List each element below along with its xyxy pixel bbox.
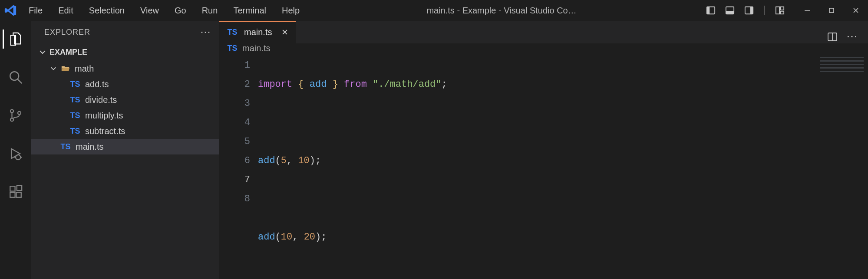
explorer-project-row[interactable]: EXAMPLE (31, 43, 219, 61)
menu-terminal[interactable]: Terminal (225, 2, 274, 19)
svg-rect-8 (781, 11, 784, 14)
code-editor[interactable]: 1 2 3 4 5 6 7 8 import { add } from "./m… (219, 53, 868, 279)
svg-line-12 (17, 79, 22, 83)
chevron-down-icon (50, 66, 56, 72)
window-maximize-button[interactable] (819, 0, 844, 21)
svg-point-14 (10, 118, 13, 121)
activity-source-control[interactable] (3, 103, 29, 128)
window-title: main.ts - Example - Visual Studio Co… (426, 6, 576, 16)
breadcrumb[interactable]: TS main.ts (219, 43, 868, 53)
svg-rect-20 (10, 192, 15, 197)
toggle-secondary-sidebar-icon[interactable] (743, 4, 756, 17)
title-bar: File Edit Selection View Go Run Terminal… (0, 0, 868, 21)
ts-file-icon: TS (69, 95, 81, 105)
customize-layout-icon[interactable] (773, 4, 786, 17)
activity-extensions[interactable] (3, 180, 29, 204)
tab-label: main.ts (244, 27, 272, 37)
menu-help[interactable]: Help (274, 2, 307, 19)
activity-run-debug[interactable] (3, 141, 29, 166)
explorer-sidebar: EXPLORER ⋯ EXAMPLE math TS add.ts TS div… (31, 21, 219, 279)
svg-rect-21 (16, 192, 21, 197)
split-editor-icon (827, 32, 838, 42)
line-number: 8 (219, 190, 250, 209)
menu-go[interactable]: Go (167, 2, 194, 19)
tab-actions: ⋯ (827, 30, 868, 43)
window-controls (795, 0, 868, 21)
folder-row-math[interactable]: math (31, 61, 219, 76)
line-number: 2 (219, 75, 250, 94)
ts-file-icon: TS (69, 111, 81, 120)
toggle-primary-sidebar-icon[interactable] (704, 4, 717, 17)
line-number-gutter: 1 2 3 4 5 6 7 8 (219, 53, 258, 279)
line-number: 7 (219, 171, 250, 190)
ts-file-icon: TS (60, 142, 71, 151)
file-label: multiply.ts (85, 111, 123, 121)
code-line (258, 190, 816, 209)
menu-view[interactable]: View (132, 2, 167, 19)
explorer-project-name: EXAMPLE (50, 48, 87, 57)
svg-rect-1 (707, 7, 710, 14)
file-label: add.ts (85, 79, 109, 89)
editor-layout-controls (704, 4, 786, 17)
svg-rect-10 (829, 8, 834, 13)
vscode-logo (0, 4, 21, 17)
svg-rect-3 (726, 11, 734, 14)
code-content[interactable]: import { add } from "./math/add"; add(5,… (258, 53, 816, 279)
close-icon (281, 29, 288, 36)
window-minimize-button[interactable] (795, 0, 819, 21)
svg-rect-19 (10, 186, 15, 191)
line-number: 3 (219, 94, 250, 113)
svg-rect-9 (805, 10, 810, 11)
svg-point-15 (18, 112, 21, 115)
ts-file-icon: TS (69, 80, 81, 89)
minimap[interactable] (816, 53, 868, 279)
line-number: 6 (219, 151, 250, 171)
ts-file-icon: TS (227, 28, 238, 37)
file-label: subtract.ts (85, 126, 125, 136)
chevron-down-icon (39, 49, 46, 56)
svg-rect-5 (750, 7, 753, 14)
file-label: divide.ts (85, 95, 117, 105)
files-icon (8, 32, 23, 46)
file-row-add[interactable]: TS add.ts (31, 76, 219, 92)
ts-file-icon: TS (69, 127, 81, 136)
svg-rect-22 (17, 186, 22, 190)
menu-selection[interactable]: Selection (81, 2, 132, 19)
editor-more-actions-button[interactable]: ⋯ (846, 30, 858, 43)
source-control-icon (8, 108, 23, 123)
breadcrumb-label: main.ts (242, 43, 270, 53)
folder-open-icon (61, 64, 70, 73)
toggle-panel-icon[interactable] (723, 4, 736, 17)
code-line (258, 266, 816, 279)
menu-file[interactable]: File (21, 2, 50, 19)
activity-explorer[interactable] (3, 27, 29, 51)
svg-point-16 (16, 155, 20, 160)
explorer-title: EXPLORER (44, 28, 90, 37)
svg-rect-6 (776, 7, 779, 14)
menu-run[interactable]: Run (194, 2, 226, 19)
file-row-subtract[interactable]: TS subtract.ts (31, 123, 219, 139)
code-line: import { add } from "./math/add"; (258, 75, 816, 94)
svg-point-13 (10, 110, 13, 113)
svg-point-11 (10, 72, 19, 80)
file-row-divide[interactable]: TS divide.ts (31, 92, 219, 108)
tab-main-ts[interactable]: TS main.ts (219, 21, 296, 43)
menu-edit[interactable]: Edit (50, 2, 81, 19)
activity-search[interactable] (3, 65, 29, 89)
tab-close-button[interactable] (281, 29, 288, 36)
line-number: 1 (219, 56, 250, 75)
explorer-more-button[interactable]: ⋯ (200, 26, 211, 38)
folder-label: math (75, 64, 94, 74)
file-row-main[interactable]: TS main.ts (31, 139, 219, 154)
ts-file-icon: TS (227, 44, 238, 53)
code-line (258, 113, 816, 132)
code-line: add(5, 10); (258, 151, 816, 171)
file-row-multiply[interactable]: TS multiply.ts (31, 108, 219, 123)
svg-rect-7 (781, 7, 784, 10)
split-editor-button[interactable] (827, 32, 838, 42)
vscode-logo-icon (4, 4, 17, 17)
separator (764, 6, 765, 15)
window-close-button[interactable] (844, 0, 868, 21)
extensions-icon (8, 184, 23, 199)
editor-tabbar: TS main.ts ⋯ (219, 21, 868, 43)
